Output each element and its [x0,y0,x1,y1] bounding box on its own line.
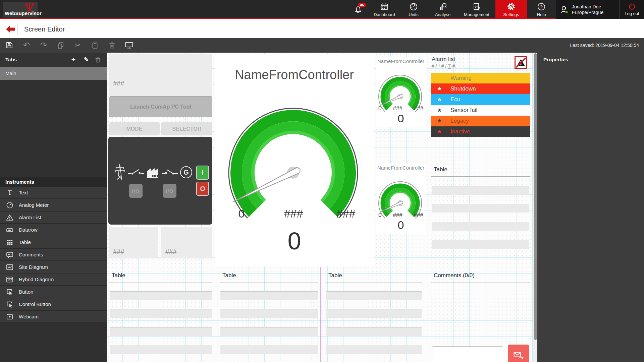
table-empty-row [432,222,529,231]
comments-widget[interactable]: Comments (0/0) [431,267,530,362]
table-empty-row [220,327,318,336]
table-empty-row [110,309,212,318]
instrument-datarow[interactable]: Datarow [0,224,107,236]
table-title: Table [434,166,447,173]
text-widget-2[interactable]: ### [109,227,158,258]
table-empty-row [326,291,422,300]
alarm-row-inactive[interactable]: * Inactive [431,126,530,137]
guide-line [320,267,321,362]
preview-button[interactable] [125,41,133,50]
site-diagram-widget[interactable]: G I O I/O I/O [108,137,212,225]
online-status-dot [565,10,568,13]
comment-input[interactable] [432,346,503,362]
copy-button[interactable] [57,41,65,50]
table-empty-row [110,345,212,354]
table-widget-bottom-3[interactable]: Table [326,267,422,362]
send-comment-button[interactable] [508,345,529,362]
properties-title: Properties [543,57,568,62]
alarm-list-title: Alarm list [432,56,455,63]
io-toggle-left[interactable]: I/O [129,184,143,198]
user-region: Europe/Prague [572,10,603,15]
alarm-row-shutdown[interactable]: * Shutdown [431,83,530,94]
instrument-control-button[interactable]: Control Button [0,298,107,311]
send-message-icon [514,351,524,360]
io-toggle-right[interactable]: I/O [163,184,176,198]
small-analog-meter-widget-1[interactable]: NameFromController 0 ### ### 0 [376,57,426,127]
breaker-close-button[interactable]: I [196,166,209,180]
instrument-button[interactable]: Button [0,286,107,298]
gauge-mid-label: ### [393,212,402,219]
save-button[interactable] [5,41,13,50]
editor-title-bar: Screen Editor [0,20,644,38]
user-icon [559,5,569,15]
breaker-open-icon[interactable] [128,168,144,178]
instrument-hybrid-diagram[interactable]: Hybrid Diagram [0,274,107,286]
alarm-ack-icon [515,56,527,69]
delete-tab-button[interactable] [95,57,103,63]
undo-button[interactable]: ↶ [22,41,31,50]
text-widget-1[interactable]: ### [109,54,212,96]
alarm-row-sensor-fail[interactable]: * Sensor fail [431,105,530,116]
instrument-table[interactable]: Table [0,236,107,249]
notifications-button[interactable]: 46 [347,0,369,19]
alarm-list-widget[interactable]: Alarm list # / * # / ∑ # Warning * Shutd… [431,55,530,138]
comments-icon [5,251,14,258]
text-widget-3[interactable]: ### [161,227,212,258]
table-empty-row [220,291,318,300]
gauge-icon [409,2,418,11]
user-menu[interactable]: Jonathan Doe Europe/Prague [556,0,620,19]
table-widget-right[interactable]: Table [431,164,530,268]
table-empty-row [110,327,212,336]
left-sidebar: Tabs + ✎ Main Instruments T Text [0,53,107,362]
instrument-webcam[interactable]: Webcam [0,311,107,323]
alarm-ack-button[interactable] [515,56,527,69]
table-widget-bottom-2[interactable]: Table [220,267,318,362]
paste-button[interactable] [91,41,99,50]
load-factory-icon [145,166,161,180]
instruments-list: T Text Analog Meter Alarm List Datarow [0,187,107,323]
instrument-site-diagram[interactable]: Site Diagram [0,261,107,274]
scrollbar-thumb[interactable] [534,53,537,340]
edit-tab-button[interactable]: ✎ [83,53,90,67]
top-nav-items: 46 Dashboard Units [347,0,644,19]
editor-canvas[interactable]: ### Launch ComAp PC Tool MODE SELECTOR [107,53,533,362]
text-placeholder: ### [165,248,176,256]
alarm-row-legacy[interactable]: * Legacy [431,116,530,126]
back-button[interactable] [6,25,15,33]
small-analog-meter-widget-2[interactable]: NameFromController 0 ### ### 0 [376,164,426,234]
main-analog-meter-widget[interactable]: NameFromController 0 ### ### 0 [215,54,374,266]
instrument-comments[interactable]: Comments [0,249,107,261]
nav-management[interactable]: Management [458,0,495,19]
table-empty-row [326,309,422,318]
nav-analyse[interactable]: Analyse [428,0,458,19]
table-widget-bottom-1[interactable]: Table [109,267,212,362]
mode-button[interactable]: MODE [109,122,160,135]
nav-dashboard[interactable]: Dashboard [369,0,399,19]
back-arrow-icon [6,25,15,33]
gauge-max-label: ### [414,212,423,219]
breaker-open-button[interactable]: O [196,182,209,196]
launch-comap-pc-tool-button[interactable]: Launch ComAp PC Tool [109,96,212,117]
alarm-row-warning[interactable]: Warning [431,73,530,83]
delete-button[interactable] [108,41,116,50]
table-empty-row [432,186,529,195]
gear-icon [507,2,516,11]
sidebar-tab-main[interactable]: Main [0,67,107,80]
instrument-analog-meter[interactable]: Analog Meter [0,199,107,212]
breaker-open-mirrored-icon[interactable] [162,168,178,178]
nav-help[interactable]: ? Help [527,0,556,19]
logout-button[interactable]: Log out [620,0,644,19]
instrument-text[interactable]: T Text [0,187,107,199]
selector-button[interactable]: SELECTOR [161,122,212,135]
nav-settings-active[interactable]: Settings [495,0,527,19]
instrument-alarm-list[interactable]: Alarm List [0,212,107,224]
redo-button[interactable]: ↷ [40,41,48,50]
cut-button[interactable]: ✂ [74,41,82,50]
last-saved-status: Last saved: 2019-09-04 12:50:54 [570,38,639,53]
add-tab-button[interactable]: + [70,53,77,67]
alarm-row-ecu[interactable]: * Ecu [431,94,530,105]
alarm-rows: Warning * Shutdown * Ecu * Sensor fail *… [431,73,530,137]
canvas-scrollbar[interactable] [533,53,537,362]
app-logo[interactable]: WebSupervisor [3,2,38,17]
nav-units[interactable]: Units [399,0,428,19]
